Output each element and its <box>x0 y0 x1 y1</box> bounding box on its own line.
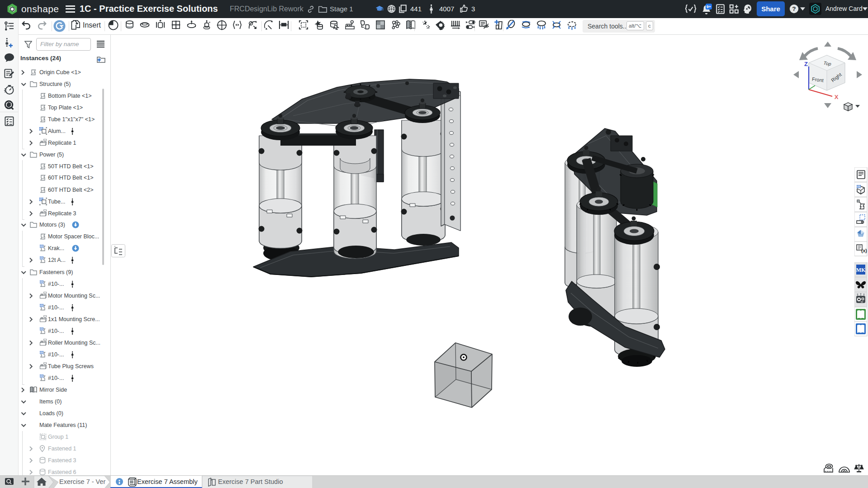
svg-text:Z: Z <box>804 61 808 67</box>
svg-text:9+: 9+ <box>707 5 711 9</box>
svg-text:X: X <box>835 94 839 100</box>
svg-text:?: ? <box>792 5 796 12</box>
svg-text:(x): (x) <box>861 248 867 253</box>
svg-text:MK: MK <box>856 267 866 273</box>
